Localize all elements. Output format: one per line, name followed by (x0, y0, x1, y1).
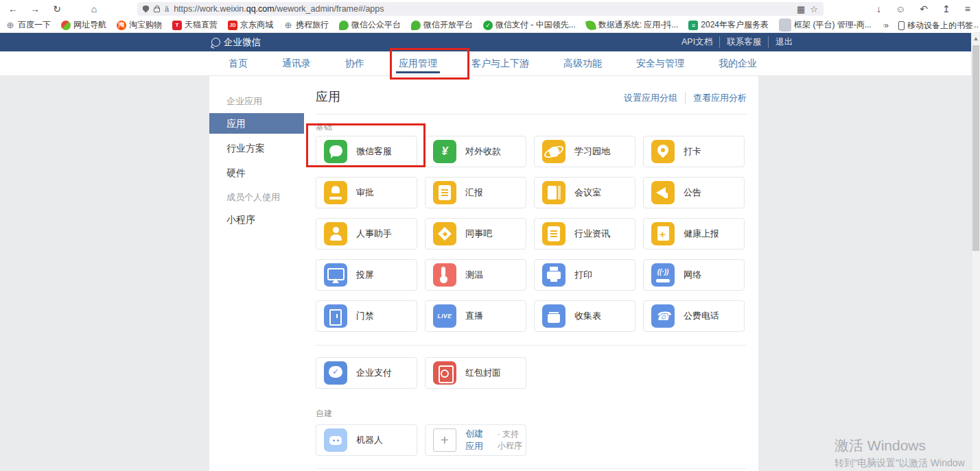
nav-tab[interactable]: 我的企业 (719, 51, 757, 75)
app-tile[interactable]: 打卡 (643, 136, 745, 167)
sidebar-item[interactable]: 小程序 (209, 209, 304, 230)
app-tile[interactable]: 健康上报 (643, 218, 745, 250)
reload-icon[interactable]: ↻ (51, 4, 63, 14)
translate-icon[interactable]: ā (165, 5, 169, 13)
history-icon[interactable]: ↶ (920, 4, 928, 14)
app-tile[interactable]: 机器人 (316, 424, 417, 456)
bookmark-favicon: JD (228, 21, 237, 30)
app-icon (542, 304, 565, 328)
sidebar-item[interactable]: 企业应用 (209, 91, 304, 113)
app-label: 直播 (465, 310, 483, 322)
app-tile[interactable]: ¥ 对外收款 (425, 136, 526, 167)
bookmark-item[interactable]: 网址导航 (61, 19, 106, 31)
menu-icon[interactable]: ≡ (965, 4, 970, 14)
app-tile[interactable]: 微信客服 (316, 136, 417, 167)
bookmark-item[interactable]: 微信公众平台 (339, 19, 401, 31)
bookmark-item[interactable]: ⊕ 携程旅行 (283, 19, 329, 31)
bookmark-favicon (411, 21, 421, 30)
lock-icon[interactable] (154, 8, 160, 12)
vertical-scrollbar[interactable] (971, 33, 980, 471)
app-tile[interactable]: ((·)) 网络 (643, 259, 745, 291)
sidebar-item[interactable]: 行业方案 (209, 138, 304, 158)
bookmark-label: 百度一下 (18, 19, 51, 31)
app-tile[interactable]: 公告 (643, 177, 745, 208)
create-app-label: 创建应用 (465, 428, 487, 452)
nav-tab[interactable]: 客户与上下游 (471, 51, 529, 75)
app-tile[interactable]: 同事吧 (425, 218, 526, 250)
plus-icon: + (433, 428, 456, 452)
app-tile[interactable]: 红包封面 (425, 357, 526, 389)
mobile-bookmarks[interactable]: 移动设备上的书签 (898, 20, 973, 32)
create-app-tile[interactable]: +创建应用· 支持小程序 (425, 424, 526, 456)
app-tile[interactable]: 门禁 (316, 300, 417, 332)
sidebar-item[interactable]: 成员个人使用 (209, 187, 304, 209)
app-tile[interactable]: 人事助手 (316, 218, 417, 250)
header-link[interactable]: API文档 (675, 36, 719, 48)
app-icon: ¥ (433, 140, 456, 163)
app-tile[interactable]: 学习园地 (534, 136, 635, 167)
brand-name: 企业微信 (224, 36, 261, 49)
app-grid-pay: 企业支付 红包封面 (316, 357, 747, 389)
scroll-up-arrow-icon[interactable] (974, 37, 978, 40)
nav-tab[interactable]: 安全与管理 (636, 51, 684, 75)
header-link[interactable]: 退出 (768, 36, 800, 48)
app-label: 行业资讯 (574, 228, 610, 240)
sidebar-item[interactable]: 硬件 (209, 162, 304, 183)
nav-tab[interactable]: 协作 (345, 51, 364, 75)
url-bar[interactable]: ā https://work.weixin.qq.com/wework_admi… (137, 2, 824, 16)
nav-tab[interactable]: 高级功能 (563, 51, 602, 75)
back-icon[interactable]: ← (7, 4, 19, 14)
app-icon (542, 263, 565, 287)
bookmark-item[interactable]: 淘 淘宝购物 (117, 19, 162, 31)
home-icon[interactable]: ⌂ (88, 4, 100, 14)
app-icon (651, 181, 675, 204)
app-label: 汇报 (465, 186, 483, 199)
header-link[interactable]: 联系客服 (719, 36, 768, 48)
bookmarks-overflow-icon[interactable]: » (884, 21, 889, 30)
bookmark-label: 京东商城 (240, 19, 273, 31)
bookmark-item[interactable]: ≡ 2024年客户服务表 (688, 19, 769, 31)
sidebar-item[interactable]: 应用 (209, 113, 304, 134)
app-tile[interactable]: 行业资讯 (534, 218, 635, 250)
bookmark-item[interactable]: JD 京东商城 (228, 19, 273, 31)
app-tile[interactable]: 收集表 (534, 300, 635, 332)
scrollbar-thumb[interactable] (972, 45, 979, 251)
bookmark-item[interactable]: 微信开放平台 (411, 19, 473, 31)
app-tile[interactable]: 审批 (316, 177, 417, 208)
app-tile[interactable]: 测温 (425, 259, 526, 291)
bookmark-star-icon[interactable]: ☆ (810, 4, 818, 14)
browser-toolbar: ← → ↻ ⌂ ā https://work.weixin.qq.com/wew… (0, 0, 980, 18)
section-label-self: 自建 (316, 408, 747, 420)
bookmark-favicon (61, 21, 71, 30)
app-icon (324, 304, 347, 328)
app-label: 同事吧 (465, 228, 492, 240)
bookmark-item[interactable]: T 天猫直营 (172, 19, 218, 31)
nav-tab[interactable]: 应用管理 (399, 51, 437, 75)
bookmark-item[interactable]: 框架 (平台) 管理-商... (779, 19, 872, 32)
app-label: 门禁 (356, 310, 374, 322)
app-label: 测温 (465, 269, 483, 281)
forward-icon[interactable]: → (29, 4, 41, 14)
shield-icon[interactable] (143, 5, 149, 13)
app-tile[interactable]: 投屏 (316, 259, 417, 291)
app-tile[interactable]: 打印 (534, 259, 635, 291)
bookmark-item[interactable]: ⊕ 百度一下 (5, 19, 51, 31)
download-icon[interactable]: ↓ (876, 4, 881, 14)
qr-code-icon[interactable]: ▦ (797, 4, 805, 14)
app-icon (433, 361, 456, 385)
app-tile[interactable]: ☎ 公费电话 (643, 300, 745, 332)
action-link[interactable]: 查看应用分析 (685, 92, 747, 104)
app-tile[interactable]: LIVE 直播 (425, 300, 526, 332)
bookmark-item[interactable]: ✓ 微信支付 - 中国领先... (483, 19, 576, 31)
bookmark-item[interactable]: 数据通系统: 应用-抖... (586, 19, 679, 31)
nav-tab[interactable]: 通讯录 (282, 51, 311, 75)
panel-icon[interactable]: ↥ (942, 4, 950, 14)
app-tile[interactable]: 企业支付 (316, 357, 417, 389)
app-tile[interactable]: 汇报 (425, 177, 526, 208)
account-icon[interactable]: ☺ (896, 4, 905, 14)
app-tile[interactable]: 会议室 (534, 177, 635, 208)
action-link[interactable]: 设置应用分组 (624, 92, 677, 104)
app-icon (433, 263, 456, 287)
brand[interactable]: 企业微信 (211, 33, 261, 51)
nav-tab[interactable]: 首页 (229, 51, 248, 75)
